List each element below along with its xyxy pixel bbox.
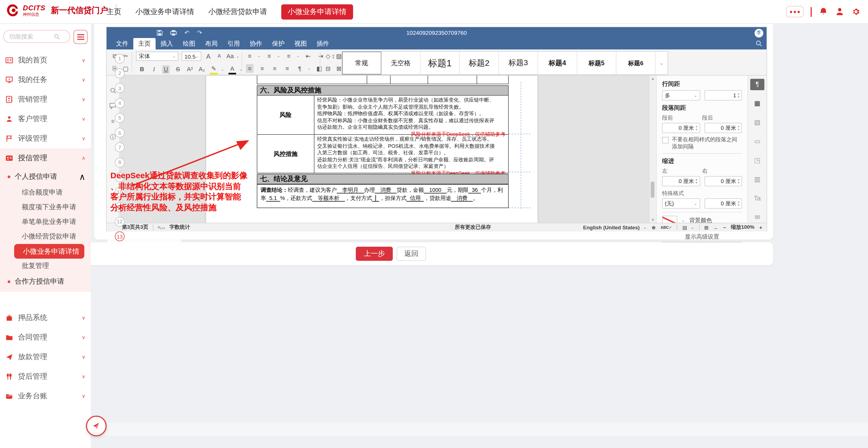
scroll-down-icon[interactable]: ▼ bbox=[650, 218, 656, 222]
textart-panel-icon[interactable]: Ta bbox=[750, 193, 764, 204]
save-icon[interactable] bbox=[157, 30, 163, 36]
align-right-icon[interactable]: ≡ bbox=[271, 64, 279, 73]
multilevel-list-icon[interactable]: ≡ bbox=[285, 51, 293, 60]
sidebar-item-approval-mgmt[interactable]: 批复管理 bbox=[0, 259, 91, 273]
sidebar-item-micro-detail-active[interactable]: 小微业务申请详情 bbox=[14, 244, 84, 259]
style-heading1[interactable]: 标题1 bbox=[421, 51, 460, 74]
font-name-select[interactable]: 宋体⌄ bbox=[136, 51, 179, 61]
sidebar-item-customer[interactable]: 客户管理 ∨ bbox=[0, 109, 91, 129]
italic-icon[interactable]: I bbox=[150, 65, 158, 74]
gear-icon[interactable] bbox=[851, 7, 860, 16]
fit-page-icon[interactable]: ⊞ bbox=[704, 225, 708, 230]
tab-file[interactable]: 文件 bbox=[111, 38, 133, 49]
spellcheck-icon[interactable]: ABC✓ bbox=[660, 225, 672, 230]
special-format-select[interactable]: (无)⌄ bbox=[662, 198, 700, 209]
no-gap-checkbox[interactable] bbox=[662, 137, 669, 143]
style-heading3[interactable]: 标题3 bbox=[499, 51, 538, 74]
sidebar-item-credit-mgmt[interactable]: 授信管理 ∧ bbox=[0, 148, 91, 168]
align-center-icon[interactable]: ≡ bbox=[258, 64, 266, 73]
tab-collaboration[interactable]: 协作 bbox=[245, 38, 267, 49]
tab-insert[interactable]: 插入 bbox=[156, 38, 178, 49]
sidebar-item-post-loan[interactable]: 贷后管理 ∨ bbox=[0, 367, 91, 386]
topnav-micro-detail-active[interactable]: 小微业务申请详情 bbox=[281, 4, 353, 19]
avatar[interactable]: 李 bbox=[754, 29, 763, 37]
sidebar-item-collateral[interactable]: 押品系统 ∨ bbox=[0, 308, 91, 328]
scrollbar-thumb[interactable] bbox=[651, 181, 654, 198]
tab-draw[interactable]: 绘图 bbox=[178, 38, 200, 49]
scroll-up-icon[interactable]: ▲ bbox=[650, 77, 656, 80]
line-spacing-stepper[interactable]: 1▴▾ bbox=[704, 90, 742, 101]
more-actions-icon[interactable] bbox=[786, 6, 804, 18]
sidebar-item-ledger[interactable]: 业务台账 ∨ bbox=[0, 386, 91, 406]
track-changes-icon[interactable]: ▤ bbox=[682, 225, 687, 230]
spacing-after-stepper[interactable]: 0 厘米▴▾ bbox=[704, 123, 742, 133]
sidebar-item-contract[interactable]: 合同管理 ∨ bbox=[0, 328, 91, 347]
bell-icon[interactable] bbox=[818, 7, 828, 16]
font-size-select[interactable]: 10.5⌄ bbox=[182, 51, 201, 61]
sidebar-item-single-batch[interactable]: 单笔单批业务申请 bbox=[0, 215, 91, 229]
bullet-list-icon[interactable]: ≡ bbox=[246, 51, 253, 60]
table-panel-icon[interactable]: ▦ bbox=[750, 98, 764, 109]
style-normal[interactable]: 常规 bbox=[342, 51, 381, 74]
search-input[interactable] bbox=[8, 33, 52, 40]
underline-icon[interactable]: U bbox=[162, 65, 170, 74]
gallery-expand-icon[interactable]: ⌄ bbox=[656, 51, 668, 74]
swatch-chevron-icon[interactable]: ⌄ bbox=[682, 218, 685, 223]
topnav-micro-detail[interactable]: 小微业务申请详情 bbox=[135, 7, 194, 16]
advanced-settings-link[interactable]: 显示高级设置 bbox=[662, 233, 742, 242]
tab-references[interactable]: 引用 bbox=[222, 38, 245, 49]
style-heading2[interactable]: 标题2 bbox=[460, 51, 499, 74]
tab-layout[interactable]: 布局 bbox=[200, 38, 222, 49]
sidebar-item-under-limit[interactable]: 额度项下业务申请 bbox=[0, 200, 91, 215]
tab-plugins[interactable]: 插件 bbox=[312, 38, 334, 49]
shrink-font-icon[interactable]: A bbox=[215, 52, 223, 61]
style-no-spacing[interactable]: 无空格 bbox=[381, 51, 421, 74]
shape-panel-icon[interactable]: ◳ bbox=[750, 154, 764, 166]
previous-step-button[interactable]: 上一步 bbox=[356, 247, 393, 261]
line-spacing-select[interactable]: 多⌄ bbox=[662, 90, 700, 101]
sidebar-item-marketing[interactable]: 营销管理 ∨ bbox=[0, 90, 91, 109]
clear-format-icon[interactable]: ◇ bbox=[324, 51, 332, 60]
zoom-in-icon[interactable]: + bbox=[759, 225, 762, 230]
image-panel-icon[interactable]: ▧ bbox=[750, 117, 764, 128]
fill-bucket-icon[interactable]: ◧ bbox=[315, 64, 323, 73]
format-painter-icon[interactable]: ⊟ bbox=[324, 64, 332, 73]
print-icon[interactable] bbox=[170, 30, 177, 36]
change-case-icon[interactable]: Aa bbox=[226, 52, 234, 61]
pilcrow-icon[interactable]: ¶ bbox=[296, 64, 304, 73]
header-footer-panel-icon[interactable]: ▭ bbox=[750, 136, 764, 147]
strikethrough-icon[interactable]: S bbox=[174, 65, 182, 74]
sidebar-item-disbursement[interactable]: 放款管理 ∨ bbox=[0, 347, 91, 367]
back-button[interactable]: 返回 bbox=[397, 247, 426, 261]
indent-left-stepper[interactable]: 0 厘米▴▾ bbox=[662, 176, 700, 186]
editor-search-icon[interactable] bbox=[756, 40, 762, 47]
sidebar-item-rating[interactable]: 评级管理 ∨ bbox=[0, 129, 91, 148]
sidebar-item-my-home[interactable]: 我的首页 ∨ bbox=[0, 50, 91, 70]
chart-panel-icon[interactable]: ▥ bbox=[750, 174, 764, 185]
conclusion-paragraph[interactable]: 调查结论：经调查，建议为客户李明月办理消费贷款，金额1000元，期限36个月，利… bbox=[257, 184, 509, 208]
tab-protection[interactable]: 保护 bbox=[267, 38, 289, 49]
spacing-before-stepper[interactable]: 0 厘米▴▾ bbox=[662, 123, 700, 133]
font-color-icon[interactable]: A bbox=[228, 64, 236, 74]
indent-icon[interactable]: ⇥ bbox=[317, 51, 324, 60]
indent-right-stepper[interactable]: 0 厘米▴▾ bbox=[704, 176, 742, 186]
fit-width-icon[interactable]: ↔ bbox=[713, 225, 718, 230]
zoom-out-icon[interactable]: − bbox=[723, 225, 726, 230]
undo-icon[interactable]: ↶ bbox=[184, 29, 189, 36]
style-heading4[interactable]: 标题4 bbox=[538, 51, 577, 74]
numbered-list-icon[interactable]: ≡ bbox=[266, 51, 273, 60]
sidebar-item-partner-credit[interactable]: 合作方授信申请 bbox=[0, 273, 91, 289]
zoom-level[interactable]: 缩放100% bbox=[731, 224, 754, 231]
sidebar-item-micro-loan-apply[interactable]: 小微经营贷款申请 bbox=[0, 229, 91, 244]
superscript-icon[interactable]: A² bbox=[186, 65, 194, 74]
topnav-micro-loan-apply[interactable]: 小微经营贷款申请 bbox=[208, 7, 267, 16]
subscript-icon[interactable]: A₂ bbox=[198, 65, 206, 74]
align-left-icon[interactable]: ≡ bbox=[246, 64, 253, 73]
topnav-home[interactable]: 主页 bbox=[106, 7, 121, 16]
outline-icon[interactable]: ≡ bbox=[111, 118, 115, 125]
sidebar-item-personal-credit[interactable]: 个人授信申请 ∧ bbox=[0, 168, 91, 185]
style-heading5[interactable]: 标题5 bbox=[577, 51, 616, 74]
bold-icon[interactable]: B bbox=[138, 65, 146, 74]
globe-icon[interactable]: ⊕ bbox=[651, 225, 656, 230]
sidebar-item-comprehensive-limit[interactable]: 综合额度申请 bbox=[0, 185, 91, 200]
